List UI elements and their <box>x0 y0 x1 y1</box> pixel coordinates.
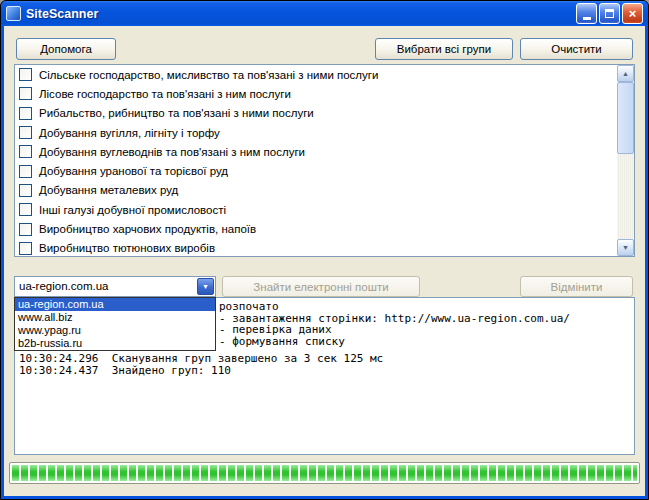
scroll-up-icon: ▲ <box>622 70 629 77</box>
category-checkbox[interactable] <box>19 126 32 139</box>
scroll-up-button[interactable]: ▲ <box>617 65 634 82</box>
category-row[interactable]: Виробництво харчових продуктів, напоїв <box>15 219 617 238</box>
close-icon: × <box>629 7 637 20</box>
category-label: Виробництво тютюнових виробів <box>39 242 215 254</box>
close-button[interactable]: × <box>622 3 643 24</box>
scroll-thumb[interactable] <box>617 82 634 154</box>
select-all-groups-button[interactable]: Вибрати всі групи <box>375 38 513 60</box>
category-checkbox[interactable] <box>19 107 32 120</box>
category-list-rows: Сільське господарство, мисливство та пов… <box>15 65 617 256</box>
category-list: Сільське господарство, мисливство та пов… <box>14 64 635 257</box>
minimize-button[interactable] <box>576 3 597 24</box>
combo-dropdown-list: ua-region.com.ua www.all.biz www.ypag.ru… <box>14 297 216 351</box>
log-line: 10:30:24.437 Знайдено груп: 110 <box>15 365 634 377</box>
title-bar: SiteScanner × <box>1 1 648 26</box>
category-row[interactable]: Лісове господарство та пов'язані з ним п… <box>15 84 617 103</box>
category-checkbox[interactable] <box>19 165 32 178</box>
category-row[interactable]: Виробництво тютюнових виробів <box>15 239 617 256</box>
category-checkbox[interactable] <box>19 242 32 255</box>
scroll-down-button[interactable]: ▼ <box>617 239 634 256</box>
combo-option[interactable]: www.ypag.ru <box>15 324 215 337</box>
app-window: SiteScanner × Допомога Вибрати всі групи… <box>0 0 649 500</box>
maximize-button[interactable] <box>599 3 620 24</box>
site-combobox[interactable]: ua-region.com.ua ▼ <box>14 276 216 297</box>
category-label: Добування металевих руд <box>39 184 178 196</box>
category-label: Добування уранової та торієвої руд <box>39 165 228 177</box>
minimize-icon <box>583 17 591 20</box>
find-emails-button[interactable]: Знайти електронні пошти <box>222 276 420 297</box>
category-checkbox[interactable] <box>19 203 32 216</box>
category-label: Лісове господарство та пов'язані з ним п… <box>39 88 291 100</box>
category-checkbox[interactable] <box>19 145 32 158</box>
app-icon <box>6 6 21 21</box>
category-row[interactable]: Добування уранової та торієвої руд <box>15 161 617 180</box>
category-label: Сільське господарство, мисливство та пов… <box>39 69 378 81</box>
category-label: Добування вугілля, лігніту і торфу <box>39 127 220 139</box>
combo-option[interactable]: www.all.biz <box>15 311 215 324</box>
category-checkbox[interactable] <box>19 68 32 81</box>
scroll-down-icon: ▼ <box>622 244 629 251</box>
clear-button[interactable]: Очистити <box>520 38 633 60</box>
category-row[interactable]: Добування вугілля, лігніту і торфу <box>15 123 617 142</box>
category-row[interactable]: Інші галузі добувної промисловості <box>15 200 617 219</box>
scrollbar-track[interactable]: ▲ ▼ <box>617 65 634 256</box>
site-combobox-value: ua-region.com.ua <box>19 280 109 292</box>
progress-bar <box>9 462 640 484</box>
combo-option[interactable]: b2b-russia.ru <box>15 337 215 350</box>
category-label: Виробництво харчових продуктів, напоїв <box>39 223 256 235</box>
category-checkbox[interactable] <box>19 223 32 236</box>
log-line: 10:30:24.296 Сканування груп завершено з… <box>15 353 634 365</box>
category-checkbox[interactable] <box>19 87 32 100</box>
cancel-button[interactable]: Відмінити <box>520 276 633 297</box>
category-row[interactable]: Добування вуглеводнів та пов'язані з ним… <box>15 142 617 161</box>
progress-fill <box>12 465 637 481</box>
maximize-icon <box>605 9 614 18</box>
category-label: Добування вуглеводнів та пов'язані з ним… <box>39 146 305 158</box>
category-label: Рибальство, рибництво та пов'язані з ним… <box>39 107 314 119</box>
chevron-down-icon: ▼ <box>202 283 209 290</box>
category-row[interactable]: Сільське господарство, мисливство та пов… <box>15 65 617 84</box>
category-checkbox[interactable] <box>19 184 32 197</box>
help-button[interactable]: Допомога <box>16 38 116 60</box>
category-row[interactable]: Рибальство, рибництво та пов'язані з ним… <box>15 104 617 123</box>
category-label: Інші галузі добувної промисловості <box>39 204 226 216</box>
combo-dropdown-button[interactable]: ▼ <box>197 278 214 295</box>
client-area: Допомога Вибрати всі групи Очистити Сіль… <box>4 26 645 496</box>
category-row[interactable]: Добування металевих руд <box>15 181 617 200</box>
combo-option[interactable]: ua-region.com.ua <box>15 298 215 311</box>
window-title: SiteScanner <box>26 7 574 21</box>
